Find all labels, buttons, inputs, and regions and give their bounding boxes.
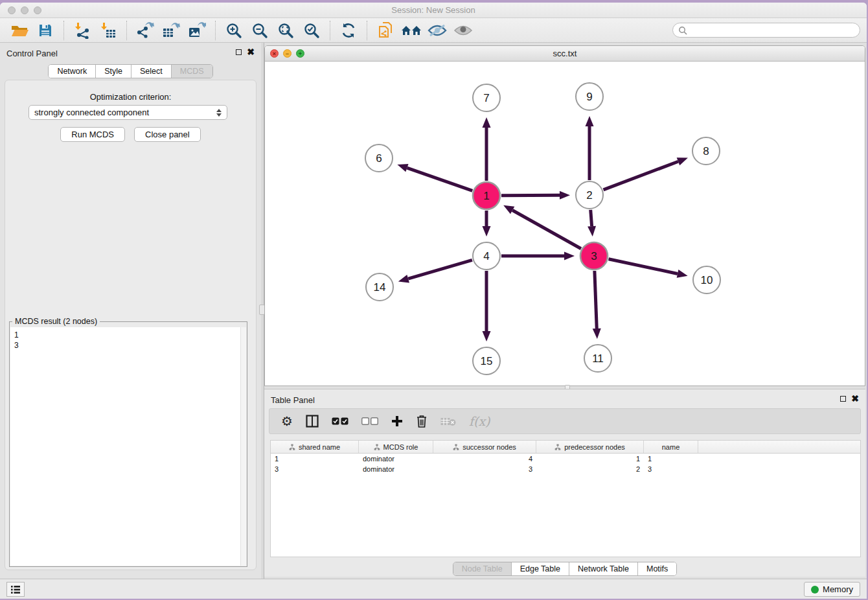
node-7[interactable]: 7 <box>473 84 500 111</box>
cell-shared-name[interactable]: 1 <box>271 455 359 463</box>
column-header-shared-name[interactable]: shared name <box>271 441 359 453</box>
hide-selected-button[interactable] <box>424 19 450 41</box>
node-15[interactable]: 15 <box>473 347 500 375</box>
homes-button[interactable] <box>398 19 424 41</box>
tab-motifs[interactable]: Motifs <box>638 562 676 575</box>
edge-2-8[interactable] <box>604 157 688 190</box>
cell-MCDS-role[interactable]: dominator <box>359 455 433 463</box>
cell-predecessor-nodes[interactable]: 2 <box>536 465 644 473</box>
select-all-button[interactable] <box>332 417 348 425</box>
node-11[interactable]: 11 <box>584 345 611 372</box>
zoom-out-button[interactable] <box>247 19 273 41</box>
cell-successor-nodes[interactable]: 4 <box>433 455 536 463</box>
cell-MCDS-role[interactable]: dominator <box>359 465 433 473</box>
edge-4-15[interactable] <box>483 271 491 341</box>
memory-button[interactable]: Memory <box>804 582 860 597</box>
edge-1-7[interactable] <box>483 117 491 181</box>
save-icon <box>38 23 53 38</box>
tab-network-table[interactable]: Network Table <box>569 562 638 575</box>
edge-3-10[interactable] <box>608 259 687 278</box>
tab-select[interactable]: Select <box>131 65 172 78</box>
edge-4-3[interactable] <box>501 252 575 260</box>
import-table-button[interactable] <box>95 19 121 41</box>
node-9[interactable]: 9 <box>576 83 603 110</box>
node-label: 9 <box>586 91 592 103</box>
show-all-button[interactable] <box>450 19 476 41</box>
deselect-all-button[interactable] <box>361 417 378 425</box>
float-panel-icon[interactable] <box>236 49 242 55</box>
column-header-name[interactable]: name <box>644 441 698 453</box>
node-3[interactable]: 3 <box>580 242 608 270</box>
right-column: × − + scc.txt 1234678910111415 Table Pan… <box>264 43 867 579</box>
node-2[interactable]: 2 <box>576 181 603 209</box>
zoom-fit-icon <box>277 22 294 39</box>
mcds-result-box[interactable]: 1 3 <box>10 327 246 566</box>
arrowhead <box>397 164 408 172</box>
tab-node-table[interactable]: Node Table <box>453 562 512 575</box>
function-icon: f(x) <box>469 414 490 428</box>
search-input[interactable] <box>687 26 854 35</box>
tab-network[interactable]: Network <box>49 65 96 78</box>
edge-2-9[interactable] <box>586 116 594 180</box>
export-table-button[interactable] <box>158 19 184 41</box>
zoom-fit-button[interactable] <box>273 19 299 41</box>
apply-function-button[interactable]: f(x) <box>469 414 490 428</box>
result-scrollbar[interactable] <box>240 327 246 566</box>
node-10[interactable]: 10 <box>693 266 720 294</box>
import-network-button[interactable] <box>69 19 95 41</box>
search-field[interactable] <box>672 23 860 38</box>
arrowhead <box>560 191 570 200</box>
optimization-criterion-dropdown[interactable]: strongly connected component <box>29 105 227 120</box>
column-header-successor-nodes[interactable]: successor nodes <box>433 441 536 453</box>
tab-edge-table[interactable]: Edge Table <box>512 562 569 575</box>
export-network-button[interactable] <box>132 19 158 41</box>
float-table-panel-icon[interactable] <box>840 396 846 402</box>
column-header-predecessor-nodes[interactable]: predecessor nodes <box>536 441 644 453</box>
show-columns-button[interactable] <box>306 415 319 428</box>
column-header-MCDS-role[interactable]: MCDS role <box>359 441 433 453</box>
column-header-filler <box>698 441 860 453</box>
save-session-button[interactable] <box>32 19 58 41</box>
network-canvas[interactable]: 1234678910111415 <box>265 62 865 386</box>
cell-name[interactable]: 1 <box>644 455 698 463</box>
edge-3-1[interactable] <box>503 205 581 249</box>
close-table-panel-icon[interactable]: ✖ <box>851 395 859 402</box>
zoom-selected-button[interactable] <box>299 19 325 41</box>
table-settings-button[interactable]: ⚙ <box>281 415 293 428</box>
edge-1-6[interactable] <box>397 164 472 190</box>
node-1[interactable]: 1 <box>473 182 500 209</box>
edge-2-3[interactable] <box>588 210 596 237</box>
duplicate-network-button[interactable] <box>372 19 398 41</box>
export-image-button[interactable] <box>184 19 210 41</box>
cell-name[interactable]: 3 <box>644 465 698 473</box>
edge-1-2[interactable] <box>501 191 570 200</box>
close-panel-button[interactable]: Close panel <box>134 127 201 142</box>
run-mcds-button[interactable]: Run MCDS <box>60 127 125 142</box>
cell-predecessor-nodes[interactable]: 1 <box>536 455 644 463</box>
node-14[interactable]: 14 <box>366 273 393 301</box>
delete-column-button[interactable] <box>416 415 428 428</box>
refresh-view-button[interactable] <box>336 19 361 41</box>
node-6[interactable]: 6 <box>365 144 393 172</box>
control-panel-title: Control Panel <box>6 49 58 58</box>
column-pane-icon <box>306 415 319 428</box>
node-4[interactable]: 4 <box>473 242 500 270</box>
delete-table-button[interactable] <box>440 417 456 426</box>
close-panel-icon[interactable]: ✖ <box>247 49 255 56</box>
edge-4-14[interactable] <box>398 260 472 283</box>
cell-successor-nodes[interactable]: 3 <box>433 465 536 473</box>
table-row[interactable]: 1dominator411 <box>271 454 860 464</box>
zoom-in-button[interactable] <box>221 19 247 41</box>
table-row[interactable]: 3dominator323 <box>271 464 860 474</box>
deselect-all-icon <box>361 417 378 425</box>
task-history-button[interactable] <box>6 582 25 597</box>
cell-shared-name[interactable]: 3 <box>271 465 359 473</box>
node-8[interactable]: 8 <box>692 137 720 165</box>
tab-style[interactable]: Style <box>96 65 131 78</box>
add-column-button[interactable] <box>391 415 403 427</box>
tab-mcds[interactable]: MCDS <box>172 65 212 78</box>
open-session-button[interactable] <box>6 19 32 41</box>
edge-3-11[interactable] <box>593 271 601 339</box>
control-panel-tabs: NetworkStyleSelectMCDS <box>0 64 261 78</box>
edge-1-4[interactable] <box>483 211 491 237</box>
